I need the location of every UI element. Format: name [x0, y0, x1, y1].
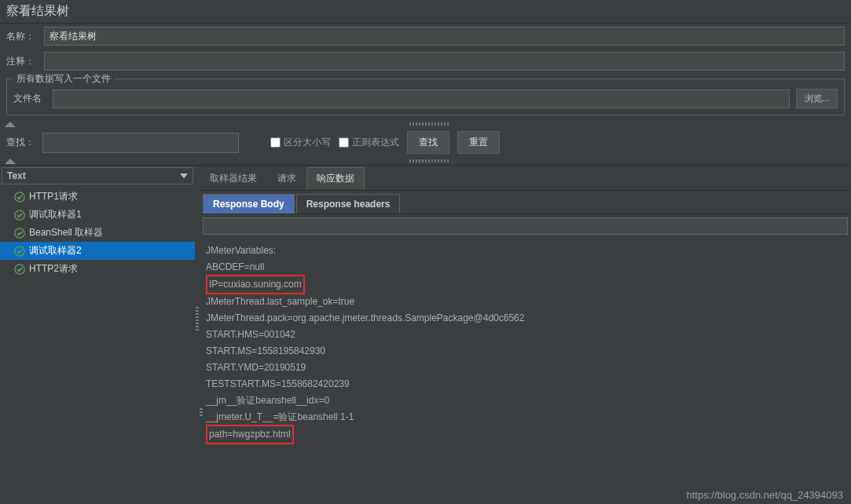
filename-input[interactable]: [53, 89, 790, 108]
file-output-fieldset: 所有数据写入一个文件 文件名 浏览...: [6, 79, 845, 115]
case-sensitive-checkbox[interactable]: 区分大小写: [270, 136, 331, 149]
comment-row: 注释：: [0, 49, 851, 74]
response-line: TESTSTART.MS=1558682420239: [206, 376, 845, 393]
tree-item[interactable]: 调试取样器1: [0, 206, 195, 224]
browse-button[interactable]: 浏览...: [796, 89, 838, 108]
panel-title: 察看结果树: [0, 0, 851, 24]
response-line: path=hwgzpbz.html: [206, 425, 845, 444]
response-line: __jmeter.U_T__=验证beanshell 1-1: [206, 409, 845, 425]
search-input[interactable]: [42, 133, 239, 153]
name-input[interactable]: [44, 27, 845, 46]
sub-tab[interactable]: Response Body: [203, 194, 295, 214]
response-line: __jm__验证beanshell__idx=0: [206, 393, 845, 409]
main-tabs: 取样器结果请求响应数据: [200, 166, 851, 191]
renderer-dropdown-label: Text: [7, 170, 26, 181]
tree-item-label: 调试取样器2: [29, 244, 82, 257]
right-panel: 取样器结果请求响应数据 Response BodyResponse header…: [200, 166, 851, 471]
response-line: ABCDEF=null: [206, 259, 845, 276]
success-icon: [14, 192, 25, 203]
success-icon: [14, 264, 25, 275]
horizontal-splitter-top[interactable]: [0, 120, 851, 128]
tab[interactable]: 响应数据: [306, 167, 365, 190]
response-body[interactable]: JMeterVariables:ABCDEF=nullIP=cuxiao.sun…: [200, 238, 851, 471]
success-icon: [14, 246, 25, 257]
comment-input[interactable]: [44, 52, 845, 71]
success-icon: [14, 228, 25, 239]
name-label: 名称：: [6, 30, 38, 43]
main-split: Text HTTP1请求调试取样器1BeanShell 取样器调试取样器2HTT…: [0, 165, 851, 471]
renderer-dropdown[interactable]: Text: [2, 167, 193, 184]
sub-tabs: Response BodyResponse headers: [200, 191, 851, 214]
tab[interactable]: 请求: [267, 167, 306, 190]
tree-item[interactable]: 调试取样器2: [0, 242, 195, 260]
tree-item[interactable]: HTTP2请求: [0, 260, 195, 278]
tab[interactable]: 取样器结果: [200, 167, 267, 190]
filename-label: 文件名: [13, 92, 46, 105]
success-icon: [14, 210, 25, 221]
response-line: JMeterThread.last_sample_ok=true: [206, 294, 845, 310]
response-search-input[interactable]: [203, 217, 848, 235]
comment-label: 注释：: [6, 55, 38, 68]
tree-item[interactable]: HTTP1请求: [0, 188, 195, 206]
search-label: 查找：: [6, 136, 35, 149]
chevron-down-icon: [180, 173, 188, 178]
fieldset-legend: 所有数据写入一个文件: [13, 72, 114, 86]
highlighted-line: IP=cuxiao.suning.com: [206, 275, 305, 294]
tree-item-label: HTTP1请求: [29, 190, 78, 203]
result-tree[interactable]: HTTP1请求调试取样器1BeanShell 取样器调试取样器2HTTP2请求: [0, 186, 195, 471]
name-row: 名称：: [0, 24, 851, 49]
tree-item[interactable]: BeanShell 取样器: [0, 224, 195, 242]
response-line: START.YMD=20190519: [206, 360, 845, 376]
sub-tab[interactable]: Response headers: [296, 194, 401, 214]
tree-item-label: HTTP2请求: [29, 262, 78, 276]
tree-item-label: 调试取样器1: [29, 208, 82, 221]
response-line: JMeterVariables:: [206, 243, 845, 259]
horizontal-splitter-mid[interactable]: [0, 157, 851, 165]
regex-checkbox[interactable]: 正则表达式: [339, 136, 399, 149]
response-line: START.HMS=001042: [206, 327, 845, 343]
highlighted-line: path=hwgzpbz.html: [206, 425, 294, 444]
tree-item-label: BeanShell 取样器: [29, 226, 103, 239]
response-line: START.MS=1558195842930: [206, 343, 845, 360]
left-panel: Text HTTP1请求调试取样器1BeanShell 取样器调试取样器2HTT…: [0, 166, 195, 471]
reset-button[interactable]: 重置: [457, 131, 500, 154]
search-row: 查找： 区分大小写 正则表达式 查找 重置: [0, 128, 851, 157]
find-button[interactable]: 查找: [407, 131, 449, 154]
response-search-row: [200, 214, 851, 238]
response-line: JMeterThread.pack=org.apache.jmeter.thre…: [206, 310, 845, 327]
watermark: https://blog.csdn.net/qq_24394093: [687, 489, 844, 501]
response-line: IP=cuxiao.suning.com: [206, 276, 845, 294]
